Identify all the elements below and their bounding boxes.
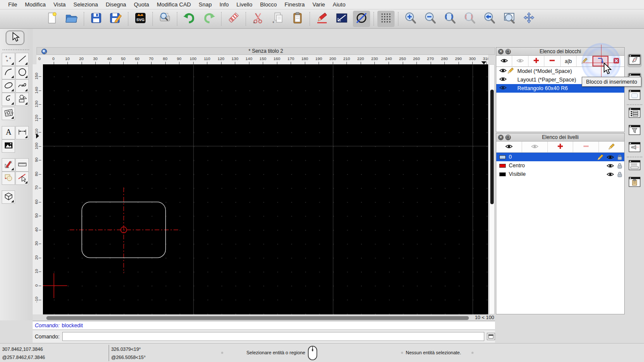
layer-row[interactable]: 0 [496,153,624,161]
command-input[interactable] [62,332,484,341]
vertical-scrollbar[interactable] [489,64,495,314]
menu-quota[interactable]: Quota [130,1,153,8]
tool-ellipse[interactable] [2,79,15,93]
print-preview-button[interactable] [156,11,173,27]
tool-dimension[interactable] [15,126,29,139]
menu-seleziona[interactable]: Seleziona [70,1,102,8]
plus-button[interactable] [529,56,544,66]
eye-icon[interactable] [607,155,614,160]
tool-shapes[interactable] [15,93,29,106]
layer-row[interactable]: Visibile [496,170,624,178]
export-svg-button[interactable]: SVG [132,11,149,27]
arc-icon [4,67,13,78]
paste-button[interactable] [289,11,306,27]
grid-toggle-icon [380,12,392,26]
eye-grey-button[interactable] [522,142,548,152]
eye-icon[interactable] [607,163,614,168]
pencil-button[interactable] [599,142,624,152]
menu-file[interactable]: File [4,1,21,8]
zoom-pan-button[interactable] [520,11,538,27]
menu-varie[interactable]: Varie [309,1,329,8]
float-icon[interactable]: ❐ [505,135,511,140]
tool-line[interactable] [15,53,29,66]
dock-toggle-plugin[interactable] [627,141,642,155]
minus-dis-button[interactable] [573,142,599,152]
eye-icon[interactable] [499,85,507,91]
drawing-canvas[interactable] [43,64,488,314]
zoom-previous-button[interactable] [481,11,498,27]
dock-toggle-clipboard-window[interactable] [627,176,642,190]
zoom-window-button[interactable] [501,11,518,27]
copy-button[interactable]: + [269,11,286,27]
eye-button[interactable] [496,56,512,66]
line-tool-button[interactable] [333,11,350,27]
tool-polyline[interactable] [2,93,15,106]
eye-icon[interactable] [499,77,507,83]
rename-button[interactable]: a|b [561,56,577,66]
zoom-select-button[interactable] [461,11,478,27]
tool-image[interactable] [2,139,15,153]
tool-box3d[interactable] [2,190,15,204]
eye-icon[interactable] [607,172,614,177]
menu-blocco[interactable]: Blocco [256,1,281,8]
cut-button[interactable]: + [249,11,267,27]
eye-button[interactable] [496,142,522,152]
vertical-scrollbar-thumb[interactable] [490,90,494,204]
tool-points[interactable]: +++ [2,53,15,66]
dock-toggle-layer-windows[interactable] [627,107,642,121]
horizontal-scrollbar[interactable]: 10 < 100 [36,315,495,321]
new-document-button[interactable] [43,11,61,27]
pencil-button[interactable] [577,56,592,66]
dock-toggle-block-edit[interactable] [627,54,642,67]
draw-pencil-button[interactable] [313,11,331,27]
eye-grey-button[interactable] [512,56,528,66]
eye-icon[interactable] [499,68,507,74]
menu-modifica[interactable]: Modifica [21,1,49,8]
tool-hatch[interactable] [2,107,15,120]
float-icon[interactable]: ❐ [505,49,511,54]
close-icon[interactable]: ✕ [498,49,504,54]
erase-button[interactable] [225,11,242,27]
selection-arrow-button[interactable] [6,30,24,45]
tool-arc[interactable] [2,66,15,79]
menu-finestra[interactable]: Finestra [281,1,309,8]
save-as-button[interactable] [107,11,125,27]
dock-toggle-preview[interactable] [627,89,642,103]
tool-spline[interactable] [15,79,29,93]
horizontal-scrollbar-thumb[interactable] [46,316,469,320]
save-button[interactable] [88,11,105,27]
drawing-window-titlebar[interactable]: * Senza titolo 2 [36,47,495,55]
dock-toggle-filter[interactable] [627,124,642,138]
menu-modifica-cad[interactable]: Modifica CAD [153,1,194,8]
circle-slash-button[interactable] [353,11,370,27]
tool-block[interactable] [2,172,15,185]
plus-button[interactable] [548,142,574,152]
zoom-auto-button[interactable] [441,11,459,27]
lock-icon[interactable] [617,154,622,160]
palette-drag-handle[interactable] [3,49,29,50]
tool-deselect[interactable] [15,172,29,185]
dock-toggle-command-window[interactable] [627,159,642,173]
menu-aiuto[interactable]: Aiuto [329,1,349,8]
zoom-out-button[interactable] [422,11,439,27]
undo-button[interactable] [181,11,198,27]
grid-toggle-button[interactable] [377,11,395,27]
lock-icon[interactable] [617,163,622,169]
tool-circle[interactable] [15,66,29,79]
tool-measure[interactable] [15,158,29,172]
tool-modify[interactable] [2,158,15,172]
minus-button[interactable] [544,56,560,66]
layer-row[interactable]: Centro [496,161,624,170]
menu-disegna[interactable]: Disegna [102,1,130,8]
zoom-in-button[interactable] [402,11,419,27]
menu-livello[interactable]: Livello [233,1,256,8]
menu-snap[interactable]: Snap [195,1,216,8]
tool-text[interactable]: A [2,126,15,139]
open-folder-button[interactable] [63,11,80,27]
close-icon[interactable]: ✕ [498,135,504,140]
command-options-button[interactable] [487,333,495,340]
menu-vista[interactable]: Vista [49,1,70,8]
lock-icon[interactable] [617,172,622,177]
redo-button[interactable] [200,11,218,27]
menu-info[interactable]: Info [216,1,233,8]
